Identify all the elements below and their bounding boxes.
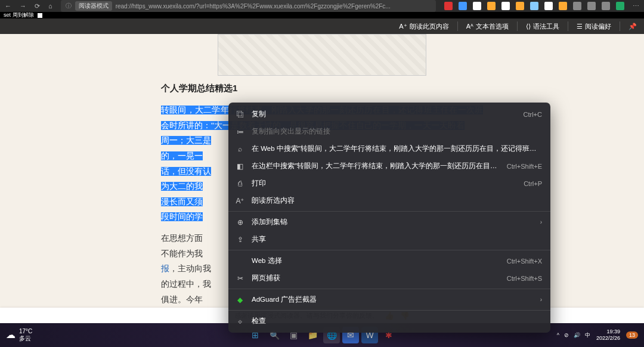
context-menu-item: ≔复制指向突出显示的链接	[228, 123, 550, 140]
context-menu-item[interactable]: ✂网页捕获Ctrl+Shift+S	[228, 269, 550, 287]
article-image	[218, 34, 426, 76]
context-menu-item[interactable]: A⁺朗读所选内容	[228, 192, 550, 209]
extension-icon[interactable]	[616, 2, 624, 10]
context-menu-item[interactable]: ⎙打印Ctrl+P	[228, 175, 550, 192]
browser-toolbar: ← → ⟳ ⌂ ⓘ 阅读器模式 read://https_www.xuexila…	[0, 0, 644, 12]
context-menu-item[interactable]: ⊕添加到集锦›	[228, 213, 550, 231]
tray-icon[interactable]: 🔊	[574, 332, 580, 338]
extension-icon[interactable]	[587, 2, 596, 10]
refresh-button[interactable]: ⟳	[35, 2, 40, 10]
forward-button[interactable]: →	[20, 2, 26, 10]
tray-icon[interactable]: ^	[557, 332, 559, 338]
reader-toolbar: A⁺朗读此页内容Aᴬ文本首选项⟨⟩语法工具☰阅读偏好 📌	[0, 18, 644, 34]
clock[interactable]: 19:392022/2/26	[596, 329, 620, 342]
context-menu-item[interactable]: ⿻复制Ctrl+C	[228, 106, 550, 123]
reader-tool[interactable]: ☰阅读偏好	[577, 22, 611, 31]
extension-icon[interactable]	[473, 2, 481, 10]
extension-icon[interactable]	[516, 2, 524, 10]
context-menu-item[interactable]: ⟐检查	[228, 312, 550, 330]
extension-icon[interactable]	[530, 2, 538, 10]
context-menu-item[interactable]: ⇪共享	[228, 231, 550, 248]
extension-icon[interactable]	[544, 2, 553, 10]
cloud-icon: ☁	[6, 329, 16, 340]
tray-icon[interactable]: ⊘	[564, 332, 569, 338]
url-text: read://https_www.xuexila.com/?url=https%…	[116, 3, 391, 10]
extension-icon[interactable]	[444, 2, 453, 10]
pin-icon[interactable]: 📌	[628, 23, 637, 30]
back-button[interactable]: ←	[5, 2, 11, 10]
article-heading: 个人学期总结精选1	[161, 83, 483, 94]
reader-tool[interactable]: A⁺朗读此页内容	[399, 22, 448, 31]
reader-mode-badge: 阅读器模式	[75, 1, 112, 11]
menu-button[interactable]: ⋯	[633, 2, 639, 10]
address-bar[interactable]: ⓘ 阅读器模式 read://https_www.xuexila.com/?ur…	[61, 0, 436, 12]
article-link[interactable]: 报	[161, 264, 169, 273]
extension-icon[interactable]	[573, 2, 581, 10]
context-menu-item[interactable]: ⌕在 Web 中搜索"转眼间，大二学年行将结束，刚踏入大学的那一刻还历历在目，还…	[228, 140, 550, 157]
context-menu-item[interactable]: ◧在边栏中搜索"转眼间，大二学年行将结束，刚踏入大学的那一刻还历历在目，还记得班…	[228, 157, 550, 175]
context-menu: ⿻复制Ctrl+C≔复制指向突出显示的链接⌕在 Web 中搜索"转眼间，大二学年…	[228, 103, 550, 333]
extension-icon[interactable]	[501, 2, 510, 10]
context-menu-item[interactable]: Web 选择Ctrl+Shift+X	[228, 252, 550, 269]
extension-icon[interactable]	[559, 2, 567, 10]
reader-tool[interactable]: ⟨⟩语法工具	[526, 22, 559, 31]
debug-strip: set 周到解除	[0, 12, 644, 18]
context-menu-item[interactable]: ◆AdGuard 广告拦截器›	[228, 291, 550, 308]
reader-tool[interactable]: Aᴬ文本首选项	[466, 22, 509, 31]
home-button[interactable]: ⌂	[48, 2, 52, 10]
extension-icon[interactable]	[487, 2, 496, 10]
tray-icon[interactable]: 中	[585, 331, 590, 339]
extension-icon[interactable]	[602, 2, 610, 10]
extension-icons	[444, 2, 624, 10]
notification-badge[interactable]: 13	[626, 331, 638, 339]
weather-widget[interactable]: ☁ 17°C多云	[6, 328, 32, 342]
extension-icon[interactable]	[459, 2, 467, 10]
